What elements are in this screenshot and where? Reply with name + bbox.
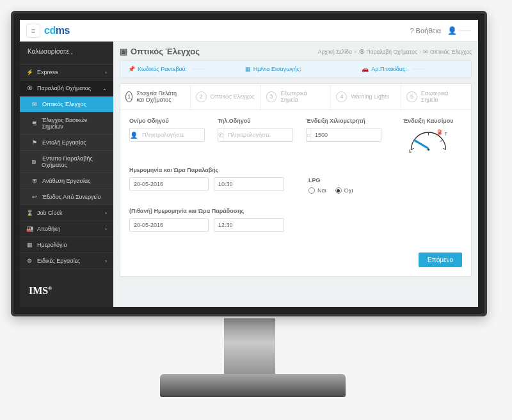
driver-name-label: Ον/μο Οδηγού xyxy=(129,118,205,124)
sidebar: Καλωσορίσατε , ⚡ Express › ⦿ Παραλαβή Οχ… xyxy=(20,42,113,307)
step-label: Στοιχεία Πελάτη και Οχήματος xyxy=(136,90,184,103)
sidebar-sub-assign-work[interactable]: ⛨ Ανάθεση Εργασίας xyxy=(20,173,113,189)
driver-name-field[interactable]: 👤 xyxy=(129,128,205,142)
info-label: Κωδικός Ραντεβού: xyxy=(138,66,187,72)
driver-name-input[interactable] xyxy=(138,128,205,141)
driver-phone-field[interactable]: ✆ xyxy=(218,128,293,142)
page-header: ▣ Οπτικός Έλεγχος Αρχική Σελίδα » ⦿ Παρα… xyxy=(120,47,472,56)
lpg-no-option[interactable]: Όχι xyxy=(335,187,353,194)
sidebar-item-label: Express xyxy=(37,69,58,75)
sidebar-item-express[interactable]: ⚡ Express › xyxy=(20,65,113,81)
sidebar-item-label: Job Clock xyxy=(37,210,63,216)
car-icon: 🚗 xyxy=(362,66,369,72)
pin-icon: ⦿ xyxy=(26,85,33,91)
radio-selected-icon xyxy=(335,187,342,194)
driver-phone-input[interactable] xyxy=(224,128,293,141)
menu-icon: ≡ xyxy=(31,27,35,35)
ims-logo: IMS® xyxy=(20,275,113,307)
step-2[interactable]: 2 Οπτικός Έλεγχος xyxy=(191,84,261,109)
delivery-time-field[interactable]: ◷ xyxy=(214,218,284,232)
sidebar-sub-exit[interactable]: ↩ Έξοδος Από Συνεργείο xyxy=(20,189,113,205)
pin-icon: ⦿ xyxy=(359,49,365,55)
form-body: Ον/μο Οδηγού 👤 Τηλ.Οδηγού ✆ xyxy=(120,110,471,245)
info-plate: 🚗 Αρ.Πινακίδας: xyxy=(354,61,471,77)
sidebar-item-label: Έντυπο Παραλαβής Οχήματος xyxy=(42,155,107,168)
radio-icon xyxy=(308,187,315,194)
step-number: 1 xyxy=(125,91,132,102)
delivery-date-field[interactable]: ▦ xyxy=(129,218,209,232)
sidebar-sub-receipt-form[interactable]: 🗎 Έντυπο Παραλαβής Οχήματος xyxy=(20,151,113,173)
stand-neck xyxy=(224,318,275,379)
sidebar-item-label: Ανάθεση Εργασίας xyxy=(42,178,91,184)
svg-line-3 xyxy=(440,141,442,142)
user-icon: 👤 xyxy=(447,26,457,35)
calendar-icon: ▦ xyxy=(26,242,33,248)
list-icon: ≣ xyxy=(31,120,38,127)
lpg-radios: Ναι Όχι xyxy=(308,187,353,194)
fuel-label: Ένδειξη Καυσίμου xyxy=(403,118,454,124)
step-5[interactable]: 5 Εσωτερικά Σημεία xyxy=(401,84,471,109)
step-label: Οπτικός Έλεγχος xyxy=(211,93,255,100)
crumb-current: Οπτικός Έλεγχος xyxy=(430,49,472,55)
info-value xyxy=(192,68,205,70)
info-value xyxy=(412,68,425,70)
receive-dt-label: Ημερομηνία και Ώρα Παραλαβής xyxy=(129,167,462,173)
fuel-f: F xyxy=(444,132,447,136)
svg-point-5 xyxy=(427,148,429,151)
next-button[interactable]: Επόμενο xyxy=(419,253,462,267)
crumb[interactable]: Αρχική Σελίδα xyxy=(318,49,352,55)
sidebar-sub-basic-points[interactable]: ≣ Έλεγχος Βασικών Σημείων xyxy=(20,113,113,135)
odometer-input[interactable] xyxy=(311,128,381,141)
lpg-label: LPG xyxy=(308,177,353,183)
exit-icon: ↩ xyxy=(31,194,38,200)
page-title: ▣ Οπτικός Έλεγχος xyxy=(120,47,200,56)
sidebar-sub-work-order[interactable]: ⚑ Εντολή Εργασίας xyxy=(20,135,113,151)
envelope-icon: ✉ xyxy=(423,49,428,55)
sidebar-item-warehouse[interactable]: 🏭 Αποθήκη › xyxy=(20,221,113,237)
info-strip-panel: 📌 Κωδικός Ραντεβού: ▦ Ημ/νια Εισαγωγής: … xyxy=(120,60,472,78)
chevron-right-icon: › xyxy=(105,70,107,75)
chevron-down-icon: ⌄ xyxy=(102,86,107,91)
app-logo: cdms xyxy=(44,25,70,36)
sidebar-item-calendar[interactable]: ▦ Ημερολόγιο xyxy=(20,237,113,253)
receive-date-field[interactable]: ▦ xyxy=(129,177,209,191)
pin-icon: 📌 xyxy=(128,66,135,72)
receive-time-input[interactable] xyxy=(214,178,284,191)
monitor-mockup: ≡ cdms ? Βοήθεια 👤 Καλωσορίσατε , ⚡ xyxy=(0,0,512,420)
stand-base xyxy=(160,374,346,397)
fuel-gauge[interactable]: E F ⛽ xyxy=(404,127,452,155)
step-1[interactable]: 1 Στοιχεία Πελάτη και Οχήματος xyxy=(120,84,191,109)
user-name-placeholder xyxy=(459,30,472,31)
crumb[interactable]: Παραλαβή Οχήματος xyxy=(367,49,418,55)
sidebar-item-label: Παραλαβή Οχήματος xyxy=(37,85,91,91)
lpg-yes-option[interactable]: Ναι xyxy=(308,187,326,194)
receive-date-input[interactable] xyxy=(130,178,209,191)
step-3[interactable]: 3 Εξωτερικά Σημεία xyxy=(261,84,332,109)
sidebar-nav: ⚡ Express › ⦿ Παραλαβή Οχήματος ⌄ ✉ Οπτι… xyxy=(20,65,113,275)
sidebar-item-label: Αποθήκη xyxy=(37,226,61,232)
help-icon: ? xyxy=(410,27,413,35)
wizard-panel: 1 Στοιχεία Πελάτη και Οχήματος 2 Οπτικός… xyxy=(120,83,472,277)
help-link[interactable]: ? Βοήθεια xyxy=(410,27,441,35)
delivery-dt-label: (Πιθανή) Ημερομηνία και Ώρα Παράδοσης xyxy=(129,208,462,214)
gauge-needle xyxy=(413,139,428,150)
gear-icon: ⚙ xyxy=(26,258,33,264)
odometer-field[interactable]: ○ xyxy=(306,128,381,142)
sidebar-item-special[interactable]: ⚙ Ειδικές Εργασίες › xyxy=(20,253,113,269)
menu-toggle-button[interactable]: ≡ xyxy=(26,24,40,38)
delivery-time-input[interactable] xyxy=(214,219,284,231)
envelope-icon: ✉ xyxy=(31,101,38,107)
step-4[interactable]: 4 Warning Lights xyxy=(331,84,401,109)
delivery-date-input[interactable] xyxy=(130,219,209,231)
sidebar-sub-visual-check[interactable]: ✉ Οπτικός Έλεγχος xyxy=(20,97,113,113)
sidebar-item-label: Οπτικός Έλεγχος xyxy=(42,101,86,107)
phone-icon: ✆ xyxy=(218,128,224,141)
step-label: Warning Lights xyxy=(351,93,389,100)
user-menu[interactable]: 👤 xyxy=(447,26,472,35)
sidebar-item-vehicle-intake[interactable]: ⦿ Παραλαβή Οχήματος ⌄ xyxy=(20,81,113,97)
sidebar-item-label: Έξοδος Από Συνεργείο xyxy=(42,194,101,200)
receive-time-field[interactable]: ◷ xyxy=(214,177,284,191)
sidebar-item-jobclock[interactable]: ⌛ Job Clock › xyxy=(20,205,113,221)
top-bar: ≡ cdms ? Βοήθεια 👤 xyxy=(20,20,478,42)
fuel-e: E xyxy=(408,149,411,153)
